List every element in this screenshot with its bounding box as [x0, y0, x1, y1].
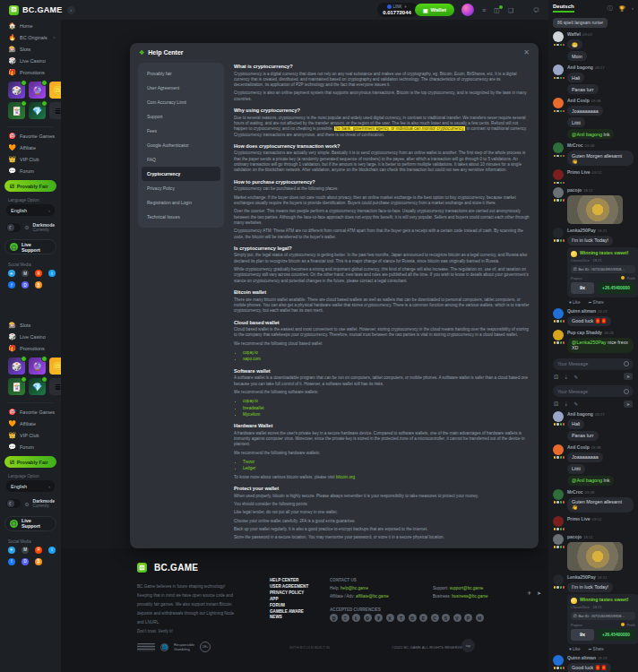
telegram-icon[interactable]: ✈: [8, 270, 15, 277]
send-button[interactable]: ➤: [624, 373, 633, 380]
share-button[interactable]: ➦ Share: [588, 647, 603, 651]
footer-link-news[interactable]: NEWS: [270, 615, 308, 621]
chat-message-input[interactable]: Your Message: [553, 385, 634, 397]
contact-email[interactable]: support@bc.game: [450, 586, 484, 590]
game-gems[interactable]: 💎: [29, 378, 46, 395]
sidebar-item-promotions[interactable]: 🎁Promotions: [0, 66, 61, 78]
facebook-icon[interactable]: f: [8, 281, 15, 289]
footer-link-gamble-aware[interactable]: GAMBLE AWARE: [270, 609, 308, 616]
sidebar-item-vip-club[interactable]: 👑VIP Club: [0, 153, 61, 165]
win-share-card[interactable]: Winning tastes sweet!ClassicDice · 18:21…: [567, 594, 638, 644]
sidebar-item-forum[interactable]: 💬Forum: [0, 441, 61, 452]
wallet-link[interactable]: copay.io: [243, 398, 530, 404]
chat-username[interactable]: MrCroc09:48: [567, 489, 634, 495]
emoji-icon[interactable]: [624, 361, 629, 366]
darkmode-toggle[interactable]: ☾: [6, 223, 21, 232]
chat-image[interactable]: [567, 542, 623, 571]
dice-icon[interactable]: ⚄: [554, 374, 558, 380]
chevron-right-icon[interactable]: ›: [632, 5, 634, 11]
game-gems[interactable]: 💎: [29, 102, 46, 119]
rain-icon[interactable]: ⇣: [564, 374, 568, 380]
language-select[interactable]: English›: [6, 480, 55, 492]
bet-id-chip[interactable]: ⚁Bet ID: #67153039559358…: [571, 265, 635, 273]
gear-icon[interactable]: ⚙: [24, 501, 29, 507]
chat-image[interactable]: [567, 195, 623, 224]
rewards-icon[interactable]: ❏: [508, 7, 513, 13]
telegram-icon[interactable]: ✈: [8, 547, 15, 554]
user-avatar[interactable]: [553, 308, 564, 319]
chat-username[interactable]: Primo Live09:52: [567, 169, 634, 176]
emoji-icon[interactable]: [624, 389, 629, 394]
telegram-icon[interactable]: ✈: [527, 590, 531, 596]
game-coinflip[interactable]: 🪙: [49, 358, 61, 375]
bc-logo-text[interactable]: BC.GAME: [22, 5, 63, 14]
darkmode-toggle[interactable]: ☾: [6, 499, 21, 508]
sidebar-item-bc-originals[interactable]: 🔥BC Originals>: [0, 31, 61, 43]
language-select[interactable]: English›: [6, 204, 55, 216]
chat-username[interactable]: Quinn altman18:23: [567, 655, 634, 661]
user-avatar[interactable]: [461, 4, 474, 16]
footer-link-help-center[interactable]: HELP CENTER: [270, 578, 308, 584]
dice-icon[interactable]: ⚄: [554, 401, 558, 407]
user-avatar[interactable]: [553, 169, 564, 180]
user-avatar[interactable]: [553, 655, 564, 666]
user-avatar[interactable]: [553, 534, 564, 545]
sidebar-item-slots[interactable]: 🎰Slots: [0, 43, 61, 55]
chat-message-input[interactable]: Your Message: [553, 358, 634, 370]
info-icon[interactable]: ⓘ: [608, 4, 613, 13]
chat-username[interactable]: Primo Live09:52: [567, 516, 634, 522]
link-text[interactable]: bitcoin.org: [336, 475, 355, 479]
chat-toggle-icon[interactable]: 🗩: [533, 7, 539, 13]
sidebar-item-affiliate[interactable]: 🧡Affiliate: [0, 418, 61, 429]
reddit-icon[interactable]: R: [35, 270, 42, 277]
discord-icon[interactable]: D: [22, 558, 29, 565]
user-avatar[interactable]: [553, 187, 564, 198]
game-dice[interactable]: 🎲: [8, 358, 25, 375]
win-share-card[interactable]: Winning tastes sweet!ClassicDice · 18:21…: [567, 247, 638, 297]
bets-menu-icon[interactable]: ≡: [482, 7, 486, 13]
chat-username[interactable]: Lenka250Pay18:21: [567, 574, 634, 581]
user-avatar[interactable]: [553, 489, 564, 500]
help-menu-item-coin-accuracy-limit[interactable]: Coin Accuracy Limit: [142, 95, 220, 109]
gear-icon[interactable]: ⚙: [24, 224, 29, 230]
game-more[interactable]: ≣: [49, 102, 61, 119]
contact-email[interactable]: help@bc.game: [341, 586, 368, 590]
wallet-button[interactable]: ▣ Wallet: [415, 4, 454, 16]
chat-username[interactable]: Quinn altman18:23: [567, 308, 634, 314]
provably-fair-button[interactable]: ⚂Provably Fair: [4, 456, 56, 468]
sidebar-item-affiliate[interactable]: 🧡Affiliate: [0, 142, 61, 153]
sidebar-item-favorite-games[interactable]: 🎯Favorite Games: [0, 406, 61, 418]
bitcointalk-icon[interactable]: ₿: [35, 558, 42, 565]
collapse-icon[interactable]: ›: [67, 6, 75, 14]
help-menu-item-privacy-policy[interactable]: Privacy Policy: [142, 181, 220, 195]
share-button[interactable]: ➦ Share: [588, 300, 603, 305]
medium-icon[interactable]: M: [22, 270, 29, 277]
contact-email[interactable]: affiliate@bc.game: [356, 594, 389, 599]
chat-username[interactable]: Lenka250Pay18:21: [567, 228, 634, 234]
send-button[interactable]: ➤: [624, 401, 633, 408]
sidebar-item-promotions[interactable]: 🎁Promotions: [0, 342, 61, 354]
close-icon[interactable]: ✕: [523, 48, 530, 56]
twitter-icon[interactable]: t: [48, 547, 56, 554]
like-button[interactable]: ♥ Like: [569, 647, 580, 651]
game-dice[interactable]: 🎲: [8, 82, 25, 99]
sidebar-item-live-casino[interactable]: 🎲Live Casino: [0, 331, 61, 342]
user-avatar[interactable]: [553, 65, 564, 75]
live-support-button[interactable]: 🎧Live Support: [4, 239, 56, 254]
chat-username[interactable]: pacojo18:11: [567, 187, 634, 194]
sidebar-item-vip-club[interactable]: 👑VIP Club: [0, 429, 61, 441]
user-avatar[interactable]: [553, 142, 564, 153]
game-crash[interactable]: 🔮: [29, 82, 46, 99]
wallet-link[interactable]: Mycelium: [243, 411, 530, 418]
discord-icon[interactable]: D: [22, 281, 29, 289]
wallet-link[interactable]: breadwallet: [243, 405, 530, 411]
help-menu-item-cryptocurrency[interactable]: Cryptocurrency: [142, 167, 220, 181]
bitcointalk-icon[interactable]: ₿: [35, 281, 42, 289]
footer-link-app[interactable]: APP: [270, 597, 308, 603]
trophy-icon[interactable]: 🏆: [619, 5, 626, 12]
help-menu-item-user-agreement[interactable]: User Agreement: [142, 81, 220, 95]
sidebar-item-slots[interactable]: 🎰Slots: [0, 319, 61, 331]
provably-fair-button[interactable]: ⚂Provably Fair: [4, 180, 56, 192]
help-menu-item-fees[interactable]: Fees: [142, 124, 220, 138]
game-blackjack[interactable]: 🃏: [8, 102, 25, 119]
